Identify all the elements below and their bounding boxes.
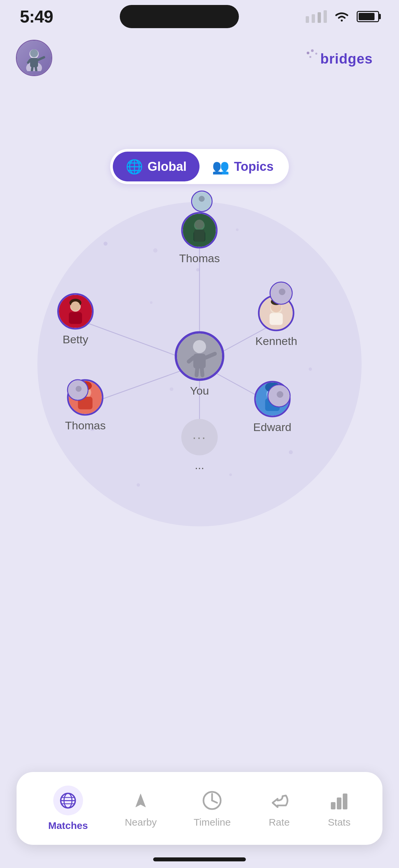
svg-point-37 — [71, 302, 80, 311]
svg-rect-43 — [270, 313, 283, 325]
svg-line-4 — [38, 57, 44, 60]
battery-icon — [357, 11, 379, 22]
svg-rect-32 — [194, 230, 205, 242]
svg-point-53 — [276, 391, 283, 398]
thomas-top-label: Thomas — [179, 252, 220, 265]
svg-rect-21 — [193, 354, 205, 368]
nearby-icon — [129, 789, 152, 812]
svg-line-66 — [212, 801, 217, 803]
timeline-label: Timeline — [194, 817, 231, 828]
svg-rect-67 — [331, 802, 335, 809]
svg-line-7 — [36, 67, 36, 71]
betty-label: Betty — [63, 333, 88, 346]
rate-icon — [268, 789, 291, 812]
bottom-nav: Matches Nearby Timeline Rate Stats — [16, 772, 383, 845]
status-time: 5:49 — [20, 7, 53, 27]
kenneth-node[interactable]: Kenneth — [256, 292, 297, 348]
matches-globe-icon — [59, 792, 77, 810]
matches-label: Matches — [48, 820, 88, 831]
kenneth-label: Kenneth — [256, 335, 297, 348]
svg-point-8 — [307, 52, 309, 54]
svg-point-39 — [279, 289, 286, 295]
dynamic-island — [120, 5, 239, 28]
thomas-bottom-label: Thomas — [65, 419, 106, 432]
top-user-avatar[interactable] — [16, 40, 52, 76]
svg-rect-35 — [69, 312, 82, 324]
nav-timeline[interactable]: Timeline — [194, 789, 231, 828]
svg-rect-3 — [30, 58, 38, 67]
you-avatar — [175, 331, 224, 381]
svg-point-27 — [199, 196, 205, 202]
globe-icon: 🌐 — [126, 159, 143, 175]
thomas-top-avatar — [181, 212, 218, 249]
more-label: ... — [195, 459, 204, 472]
betty-avatar — [57, 293, 94, 330]
stats-icon — [328, 789, 351, 812]
status-bar: 5:49 — [0, 0, 399, 33]
topics-label: Topics — [234, 160, 274, 174]
svg-point-31 — [195, 220, 204, 229]
wifi-icon — [333, 10, 350, 23]
home-indicator — [153, 858, 246, 861]
betty-node[interactable]: Betty — [57, 293, 94, 346]
topics-tab[interactable]: 👥 Topics — [199, 152, 286, 181]
nav-stats[interactable]: Stats — [328, 789, 351, 828]
svg-line-6 — [32, 67, 32, 71]
svg-point-2 — [30, 49, 38, 57]
you-label: You — [190, 384, 209, 397]
status-icons — [306, 10, 379, 23]
nav-nearby[interactable]: Nearby — [125, 789, 157, 828]
people-icon: 👥 — [212, 159, 229, 175]
svg-text:bridges: bridges — [320, 51, 373, 66]
bridges-logo: bridges — [306, 49, 379, 73]
view-toggle: 🌐 Global 👥 Topics — [110, 149, 289, 184]
svg-rect-68 — [337, 798, 341, 809]
svg-point-11 — [309, 56, 311, 58]
rate-label: Rate — [269, 817, 290, 828]
you-node[interactable]: You — [175, 331, 224, 397]
nav-matches[interactable]: Matches — [48, 785, 88, 831]
signal-icon — [306, 10, 327, 23]
svg-point-20 — [193, 340, 206, 353]
edward-label: Edward — [253, 421, 291, 434]
timeline-icon — [200, 789, 224, 812]
stats-label: Stats — [328, 817, 351, 828]
svg-point-10 — [315, 53, 317, 55]
thomas-top-node[interactable]: Thomas — [179, 209, 220, 265]
more-node[interactable]: ··· ... — [181, 419, 218, 472]
network-graph: You Thomas — [24, 189, 375, 539]
global-tab[interactable]: 🌐 Global — [113, 152, 199, 181]
svg-line-5 — [28, 60, 30, 63]
nearby-label: Nearby — [125, 817, 157, 828]
svg-point-9 — [311, 49, 313, 52]
thomas-bottom-node[interactable]: Thomas — [65, 376, 106, 432]
svg-line-25 — [202, 368, 202, 375]
svg-rect-69 — [343, 794, 347, 809]
svg-point-46 — [76, 386, 82, 392]
svg-line-24 — [197, 368, 197, 375]
nav-rate[interactable]: Rate — [268, 789, 291, 828]
more-avatar: ··· — [181, 419, 218, 456]
edward-node[interactable]: Edward — [253, 378, 291, 434]
global-label: Global — [147, 160, 187, 174]
